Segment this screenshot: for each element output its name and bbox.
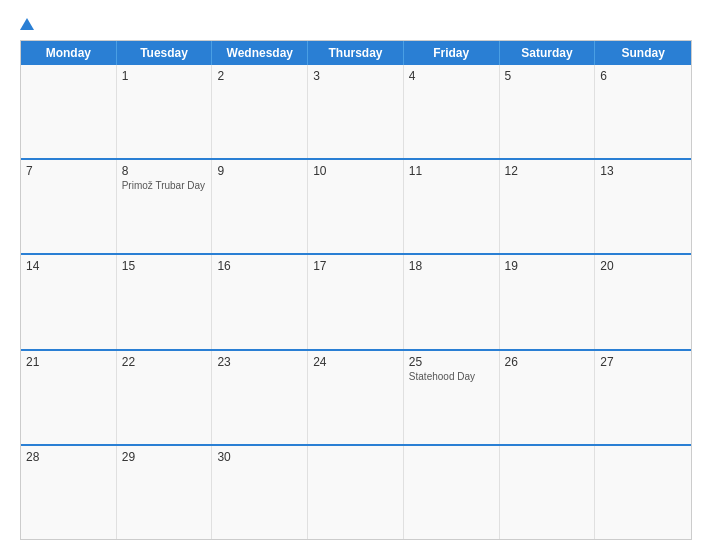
day-number: 4 <box>409 69 494 83</box>
calendar-day-cell <box>308 446 404 539</box>
calendar-day-cell: 23 <box>212 351 308 444</box>
calendar-page: MondayTuesdayWednesdayThursdayFridaySatu… <box>0 0 712 550</box>
day-of-week-header: Wednesday <box>212 41 308 65</box>
calendar-day-cell: 25Statehood Day <box>404 351 500 444</box>
calendar-day-cell: 11 <box>404 160 500 253</box>
day-number: 18 <box>409 259 494 273</box>
day-number: 28 <box>26 450 111 464</box>
day-number: 8 <box>122 164 207 178</box>
calendar-day-cell: 9 <box>212 160 308 253</box>
calendar-day-cell: 14 <box>21 255 117 348</box>
day-number: 13 <box>600 164 686 178</box>
calendar-day-cell <box>21 65 117 158</box>
calendar-week-row: 2122232425Statehood Day2627 <box>21 349 691 444</box>
logo <box>20 18 36 30</box>
calendar-day-cell: 17 <box>308 255 404 348</box>
calendar-day-cell: 26 <box>500 351 596 444</box>
day-number: 2 <box>217 69 302 83</box>
calendar-body: 12345678Primož Trubar Day910111213141516… <box>21 65 691 539</box>
calendar-day-cell: 6 <box>595 65 691 158</box>
day-number: 7 <box>26 164 111 178</box>
calendar-day-cell: 16 <box>212 255 308 348</box>
day-number: 21 <box>26 355 111 369</box>
calendar-day-cell: 15 <box>117 255 213 348</box>
logo-triangle-icon <box>20 18 34 30</box>
calendar-week-row: 123456 <box>21 65 691 158</box>
calendar-day-cell: 30 <box>212 446 308 539</box>
day-number: 27 <box>600 355 686 369</box>
calendar-day-cell: 18 <box>404 255 500 348</box>
calendar-week-row: 78Primož Trubar Day910111213 <box>21 158 691 253</box>
calendar-day-cell: 3 <box>308 65 404 158</box>
calendar-day-cell: 22 <box>117 351 213 444</box>
calendar-day-cell <box>500 446 596 539</box>
calendar-day-cell: 12 <box>500 160 596 253</box>
calendar-day-cell: 2 <box>212 65 308 158</box>
calendar-week-row: 14151617181920 <box>21 253 691 348</box>
calendar-day-cell: 21 <box>21 351 117 444</box>
day-number: 12 <box>505 164 590 178</box>
calendar-day-cell: 19 <box>500 255 596 348</box>
day-number: 9 <box>217 164 302 178</box>
calendar-day-cell: 24 <box>308 351 404 444</box>
calendar-day-cell: 10 <box>308 160 404 253</box>
day-number: 30 <box>217 450 302 464</box>
calendar-day-cell <box>404 446 500 539</box>
holiday-label: Primož Trubar Day <box>122 180 207 191</box>
calendar-day-cell: 13 <box>595 160 691 253</box>
day-of-week-header: Friday <box>404 41 500 65</box>
calendar-day-cell: 28 <box>21 446 117 539</box>
day-of-week-header: Tuesday <box>117 41 213 65</box>
calendar-day-cell: 8Primož Trubar Day <box>117 160 213 253</box>
calendar-day-cell: 5 <box>500 65 596 158</box>
day-number: 11 <box>409 164 494 178</box>
calendar-day-cell: 4 <box>404 65 500 158</box>
logo-blue-text <box>20 18 36 30</box>
calendar-week-row: 282930 <box>21 444 691 539</box>
day-number: 5 <box>505 69 590 83</box>
day-number: 17 <box>313 259 398 273</box>
day-number: 22 <box>122 355 207 369</box>
day-number: 1 <box>122 69 207 83</box>
calendar-day-cell: 7 <box>21 160 117 253</box>
day-number: 29 <box>122 450 207 464</box>
day-number: 23 <box>217 355 302 369</box>
calendar-day-cell: 27 <box>595 351 691 444</box>
day-number: 10 <box>313 164 398 178</box>
day-number: 24 <box>313 355 398 369</box>
day-number: 25 <box>409 355 494 369</box>
day-number: 16 <box>217 259 302 273</box>
day-of-week-header: Thursday <box>308 41 404 65</box>
day-number: 14 <box>26 259 111 273</box>
calendar-day-cell <box>595 446 691 539</box>
calendar-day-cell: 29 <box>117 446 213 539</box>
day-number: 20 <box>600 259 686 273</box>
calendar-day-cell: 1 <box>117 65 213 158</box>
page-header <box>20 18 692 30</box>
day-of-week-header: Sunday <box>595 41 691 65</box>
day-number: 15 <box>122 259 207 273</box>
day-number: 3 <box>313 69 398 83</box>
calendar-header-row: MondayTuesdayWednesdayThursdayFridaySatu… <box>21 41 691 65</box>
calendar-day-cell: 20 <box>595 255 691 348</box>
calendar-grid: MondayTuesdayWednesdayThursdayFridaySatu… <box>20 40 692 540</box>
day-number: 6 <box>600 69 686 83</box>
day-of-week-header: Monday <box>21 41 117 65</box>
holiday-label: Statehood Day <box>409 371 494 382</box>
day-of-week-header: Saturday <box>500 41 596 65</box>
day-number: 19 <box>505 259 590 273</box>
day-number: 26 <box>505 355 590 369</box>
